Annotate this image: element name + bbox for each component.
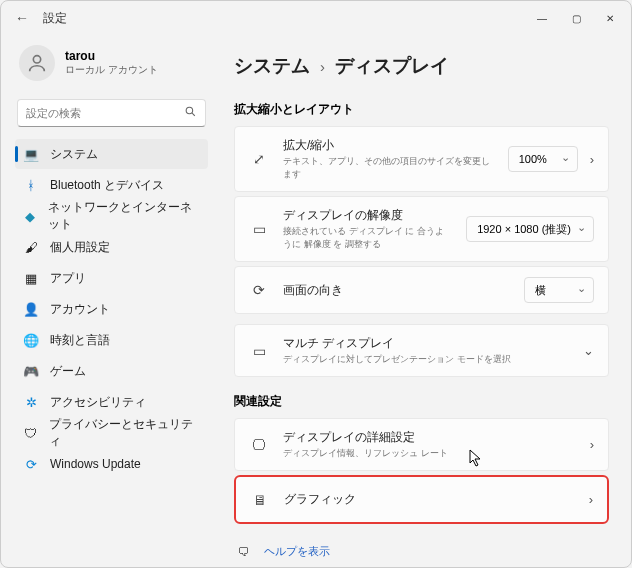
privacy-icon: 🛡 bbox=[23, 425, 38, 441]
multi-display-icon: ▭ bbox=[249, 343, 269, 359]
sidebar-item-apps[interactable]: ▦アプリ bbox=[15, 263, 208, 293]
crumb-system[interactable]: システム bbox=[234, 53, 310, 79]
sidebar-item-account[interactable]: 👤アカウント bbox=[15, 294, 208, 324]
section-scale-layout: 拡大縮小とレイアウト bbox=[234, 101, 609, 118]
card-resolution[interactable]: ▭ ディスプレイの解像度 接続されている ディスプレイ に 合うように 解像度 … bbox=[234, 196, 609, 262]
apps-icon: ▦ bbox=[23, 270, 39, 286]
breadcrumb: システム › ディスプレイ bbox=[234, 53, 609, 79]
resolution-dropdown[interactable]: 1920 × 1080 (推奨) bbox=[466, 216, 594, 242]
card-multi-display[interactable]: ▭ マルチ ディスプレイ ディスプレイに対してプレゼンテーション モードを選択 … bbox=[234, 324, 609, 377]
sidebar-item-update[interactable]: ⟳Windows Update bbox=[15, 449, 208, 479]
orientation-dropdown[interactable]: 横 bbox=[524, 277, 594, 303]
sidebar-item-system[interactable]: 💻システム bbox=[15, 139, 208, 169]
scale-icon: ⤢ bbox=[249, 151, 269, 167]
network-icon: ◆ bbox=[23, 208, 37, 224]
card-advanced-display[interactable]: 🖵 ディスプレイの詳細設定 ディスプレイ情報、リフレッシュ レート › bbox=[234, 418, 609, 471]
link-feedback[interactable]: 💬 フィードバックの送信 bbox=[234, 565, 609, 567]
sidebar-item-privacy[interactable]: 🛡プライバシーとセキュリティ bbox=[15, 418, 208, 448]
minimize-button[interactable]: — bbox=[525, 4, 559, 32]
scale-dropdown[interactable]: 100% bbox=[508, 146, 578, 172]
sidebar-item-access[interactable]: ✲アクセシビリティ bbox=[15, 387, 208, 417]
svg-point-0 bbox=[33, 56, 40, 63]
search-icon bbox=[184, 105, 197, 121]
maximize-button[interactable]: ▢ bbox=[559, 4, 593, 32]
chevron-right-icon: › bbox=[320, 58, 325, 75]
sidebar: tarou ローカル アカウント 💻システム ᚼBluetooth とデバイス … bbox=[1, 35, 216, 567]
card-orientation[interactable]: ⟳ 画面の向き 横 bbox=[234, 266, 609, 314]
graphics-icon: 🖥 bbox=[250, 492, 270, 508]
search-field[interactable] bbox=[26, 107, 184, 119]
chevron-down-icon: ⌄ bbox=[583, 343, 594, 358]
avatar bbox=[19, 45, 55, 81]
sidebar-item-bluetooth[interactable]: ᚼBluetooth とデバイス bbox=[15, 170, 208, 200]
card-graphics[interactable]: 🖥 グラフィック › bbox=[234, 475, 609, 524]
chevron-right-icon: › bbox=[590, 152, 594, 167]
account-icon: 👤 bbox=[23, 301, 39, 317]
access-icon: ✲ bbox=[23, 394, 39, 410]
section-related: 関連設定 bbox=[234, 393, 609, 410]
sidebar-item-network[interactable]: ◆ネットワークとインターネット bbox=[15, 201, 208, 231]
help-icon: 🗨 bbox=[238, 545, 254, 559]
sidebar-item-game[interactable]: 🎮ゲーム bbox=[15, 356, 208, 386]
system-icon: 💻 bbox=[23, 146, 39, 162]
settings-window: ← 設定 — ▢ ✕ tarou ローカル アカウント bbox=[0, 0, 632, 568]
card-scale[interactable]: ⤢ 拡大/縮小 テキスト、アプリ、その他の項目のサイズを変更します 100% › bbox=[234, 126, 609, 192]
user-name: tarou bbox=[65, 49, 158, 63]
bluetooth-icon: ᚼ bbox=[23, 177, 39, 193]
monitor-icon: 🖵 bbox=[249, 437, 269, 453]
crumb-display: ディスプレイ bbox=[335, 53, 449, 79]
resolution-icon: ▭ bbox=[249, 221, 269, 237]
titlebar: ← 設定 — ▢ ✕ bbox=[1, 1, 631, 35]
svg-point-1 bbox=[186, 107, 193, 114]
game-icon: 🎮 bbox=[23, 363, 39, 379]
user-sub: ローカル アカウント bbox=[65, 63, 158, 77]
main: システム › ディスプレイ 拡大縮小とレイアウト ⤢ 拡大/縮小 テキスト、アプ… bbox=[216, 35, 631, 567]
orientation-icon: ⟳ bbox=[249, 282, 269, 298]
svg-line-2 bbox=[192, 113, 195, 116]
personal-icon: 🖌 bbox=[23, 239, 39, 255]
search-input[interactable] bbox=[17, 99, 206, 127]
sidebar-item-time[interactable]: 🌐時刻と言語 bbox=[15, 325, 208, 355]
close-button[interactable]: ✕ bbox=[593, 4, 627, 32]
back-icon[interactable]: ← bbox=[15, 10, 29, 26]
chevron-right-icon: › bbox=[589, 492, 593, 507]
link-help[interactable]: 🗨 ヘルプを表示 bbox=[234, 538, 609, 565]
chevron-right-icon: › bbox=[590, 437, 594, 452]
app-title: 設定 bbox=[43, 10, 67, 27]
user-block[interactable]: tarou ローカル アカウント bbox=[15, 35, 208, 95]
update-icon: ⟳ bbox=[23, 456, 39, 472]
sidebar-item-personal[interactable]: 🖌個人用設定 bbox=[15, 232, 208, 262]
time-icon: 🌐 bbox=[23, 332, 39, 348]
